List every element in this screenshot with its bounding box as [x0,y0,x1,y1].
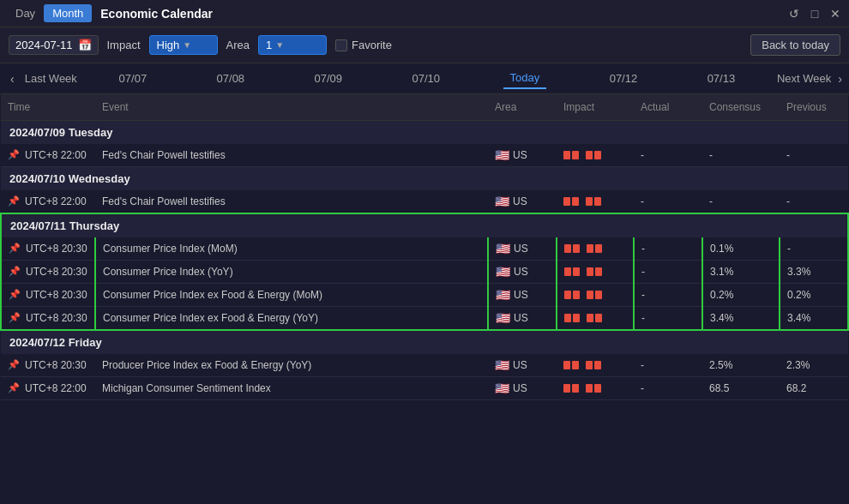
cell-area: 🇺🇸US [488,237,557,261]
cell-impact [557,237,634,261]
table-row[interactable]: 📌UTC+8 20:30Consumer Price Index (MoM)🇺🇸… [1,237,848,261]
table-row[interactable]: 📌UTC+8 20:30Consumer Price Index ex Food… [1,306,848,330]
impact-bars [564,267,626,276]
impact-bar-1 [563,197,570,206]
impact-bar-3 [587,314,593,322]
col-header-area: Area [488,94,557,120]
impact-bar-4 [594,151,601,159]
col-header-event: Event [95,94,488,120]
section-header-section-0710: 2024/07/10 Wednesday [1,166,848,190]
flag-icon: 🇺🇸 [495,358,509,372]
cell-impact [557,260,634,283]
section-header-section-0709: 2024/07/09 Tuesday [1,120,848,144]
cell-previous: 3.4% [780,306,848,330]
cell-previous: - [780,237,848,261]
area-select[interactable]: 1 ▼ [258,35,327,55]
cell-event: Producer Price Index ex Food & Energy (Y… [95,354,488,377]
impact-bar-1 [564,314,571,322]
cell-impact [557,190,634,213]
col-header-time: Time [1,94,95,120]
tab-day[interactable]: Day [7,4,44,22]
day-tab-0710[interactable]: 07/10 [406,69,448,88]
impact-bars [563,384,627,393]
impact-bar-4 [594,197,601,206]
prev-week-arrow[interactable]: ‹ [7,72,18,86]
col-header-consensus: Consensus [702,94,780,120]
close-icon[interactable]: ✕ [828,7,842,21]
time-value: UTC+8 20:30 [25,359,87,371]
back-to-today-button[interactable]: Back to today [750,34,840,56]
impact-bar-3 [586,384,593,393]
impact-bar-2 [573,267,580,276]
maximize-icon[interactable]: □ [808,7,822,21]
cell-consensus: 68.5 [702,376,780,399]
section-header-section-0712: 2024/07/12 Friday [1,330,848,354]
impact-bar-3 [586,151,593,159]
col-header-actual: Actual [634,94,702,120]
table-row[interactable]: 📌UTC+8 22:00Fed's Chair Powell testifies… [1,190,848,213]
area-value: US [514,312,528,324]
impact-bar-2 [572,361,579,369]
cell-event: Consumer Price Index (YoY) [95,260,488,283]
cell-event: Consumer Price Index (MoM) [95,237,488,261]
cell-consensus: 3.1% [702,260,780,283]
table-row[interactable]: 📌UTC+8 22:00Fed's Chair Powell testifies… [1,144,848,167]
area-dropdown-arrow: ▼ [275,40,284,50]
cell-actual: - [634,237,702,261]
day-tab-0708[interactable]: 07/08 [210,69,252,88]
day-tab-0713[interactable]: 07/13 [701,69,743,88]
impact-select[interactable]: High ▼ [149,35,218,55]
pin-icon: 📌 [9,312,22,323]
cell-area: 🇺🇸US [488,260,557,283]
area-value: 1 [266,39,272,51]
time-value: UTC+8 22:00 [25,382,87,394]
table-row[interactable]: 📌UTC+8 20:30Consumer Price Index ex Food… [1,283,848,306]
last-week-label[interactable]: Last Week [25,72,77,85]
impact-bar-3 [587,267,593,276]
cell-consensus: 3.4% [702,306,780,330]
time-value: UTC+8 20:30 [26,289,87,301]
impact-bar-4 [594,384,601,393]
window-controls: ↺ □ ✕ [787,7,842,21]
cell-consensus: - [702,144,780,167]
refresh-icon[interactable]: ↺ [787,7,801,21]
cell-area: 🇺🇸US [488,144,557,167]
day-tab-0712[interactable]: 07/12 [603,69,645,88]
impact-bar-1 [563,151,570,159]
cell-impact [557,283,634,306]
impact-bar-4 [594,361,601,369]
impact-bars [564,314,626,322]
cell-consensus: 0.1% [702,237,780,261]
toolbar: 2024-07-11 📅 Impact High ▼ Area 1 ▼ Favo… [0,27,849,63]
day-tab-0709[interactable]: 07/09 [308,69,350,88]
impact-bar-3 [586,361,593,369]
tab-month[interactable]: Month [44,4,92,22]
cell-time: 📌UTC+8 22:00 [1,190,95,213]
next-week-label[interactable]: Next Week [777,72,831,85]
favorite-toggle[interactable]: Favorite [335,39,392,51]
table-row[interactable]: 📌UTC+8 22:00Michigan Consumer Sentiment … [1,376,848,399]
impact-bar-2 [572,151,579,159]
cell-previous: 68.2 [780,376,848,399]
date-value: 2024-07-11 [15,39,73,51]
day-tab-today[interactable]: Today [503,68,547,89]
impact-bars [564,291,626,299]
impact-bars [563,361,627,369]
impact-bar-1 [564,267,571,276]
table-row[interactable]: 📌UTC+8 20:30Producer Price Index ex Food… [1,354,848,377]
area-value: US [513,195,527,207]
cell-previous: 2.3% [780,354,848,377]
impact-bar-4 [595,244,602,253]
cell-time: 📌UTC+8 20:30 [1,260,95,283]
cell-event: Consumer Price Index ex Food & Energy (Y… [95,306,488,330]
impact-bars [563,197,627,206]
impact-bar-1 [563,384,570,393]
favorite-checkbox[interactable] [335,39,347,51]
table-row[interactable]: 📌UTC+8 20:30Consumer Price Index (YoY)🇺🇸… [1,260,848,283]
flag-icon: 🇺🇸 [495,195,509,208]
day-tab-0707[interactable]: 07/07 [112,69,154,88]
next-week-arrow[interactable]: › [838,72,842,86]
cell-consensus: 2.5% [702,354,780,377]
date-input[interactable]: 2024-07-11 📅 [9,35,99,55]
day-tabs: 07/07 07/08 07/09 07/10 Today 07/12 07/1… [84,68,770,89]
